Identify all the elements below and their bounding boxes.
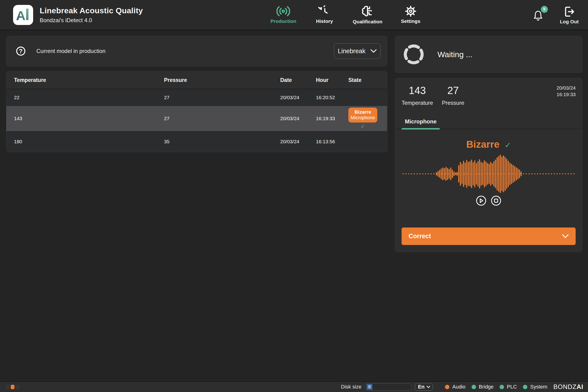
cell-date: 20/03/24 xyxy=(280,139,316,144)
table-row[interactable]: 22 27 20/03/24 16:20:52 xyxy=(6,89,387,106)
waiting-status-card: Waiting ... xyxy=(395,36,582,73)
logout-label: Log Out xyxy=(560,19,579,24)
tab-production[interactable]: Production xyxy=(270,5,296,24)
table-row-selected[interactable]: 143 27 20/03/24 16:19:33 Bizarre Microph… xyxy=(6,106,387,131)
col-temperature: Temperature xyxy=(14,77,164,83)
classification-label: Bizarre xyxy=(466,139,499,150)
app-header: A Linebreak Acoustic Quality Bondzai's i… xyxy=(0,0,588,30)
nav-label: Qualification xyxy=(353,19,382,24)
status-bridge: Bridge xyxy=(472,384,494,390)
system-status-legend: Audio Bridge PLC System xyxy=(445,384,547,390)
tab-microphone[interactable]: Microphone xyxy=(402,118,440,128)
chevron-down-icon xyxy=(370,49,376,53)
stop-button[interactable] xyxy=(491,195,502,206)
svg-text:A: A xyxy=(16,8,26,22)
indicator-square-active xyxy=(11,385,14,389)
cell-pressure: 35 xyxy=(164,139,280,144)
logout-button[interactable]: Log Out xyxy=(560,5,579,24)
cell-temperature: 143 xyxy=(14,116,164,121)
bondzai-logo: BONDZAI xyxy=(554,383,584,390)
check-icon: ✓ xyxy=(361,124,365,130)
col-state: State xyxy=(348,77,382,83)
indicator-square xyxy=(16,385,19,389)
page-subtitle: Bondzai's iDetect 4.0 xyxy=(40,17,143,24)
classification-result: Bizarre ✓ xyxy=(402,139,576,150)
time-text: 16:19:33 xyxy=(556,91,576,98)
nav-label: Settings xyxy=(401,18,420,24)
chevron-down-icon xyxy=(562,234,569,238)
cell-pressure: 27 xyxy=(164,95,280,100)
current-model-bar: ? Current model in production Linebreak xyxy=(6,36,387,66)
production-table: Temperature Pressure Date Hour State 22 … xyxy=(6,71,387,152)
page-title: Linebreak Acoustic Quality xyxy=(40,6,143,15)
cell-hour: 16:19:33 xyxy=(316,116,348,121)
metrics-row: 143 Temperature 27 Pressure 20/03/24 16:… xyxy=(402,85,576,106)
check-icon: ✓ xyxy=(505,141,511,149)
notification-badge: 9 xyxy=(541,6,548,13)
disk-size-label: Disk size xyxy=(341,384,362,390)
model-select-value: Linebreak xyxy=(338,48,366,55)
tab-qualification[interactable]: Qualification xyxy=(353,5,382,24)
brain-icon xyxy=(361,5,374,18)
broadcast-icon xyxy=(276,5,290,17)
disk-size-input[interactable]: 8 xyxy=(365,383,411,390)
cell-date: 20/03/24 xyxy=(280,95,316,100)
play-button[interactable] xyxy=(476,195,486,206)
sample-detail-card: 143 Temperature 27 Pressure 20/03/24 16:… xyxy=(395,78,582,252)
status-bar: Disk size 8 En Audio Bridge PLC System B… xyxy=(0,381,588,392)
pressure-value: 27 xyxy=(442,85,464,96)
temperature-metric: 143 Temperature xyxy=(402,85,433,106)
cell-hour: 16:20:52 xyxy=(316,95,348,100)
language-value: En xyxy=(418,384,424,390)
tab-history[interactable]: History xyxy=(312,5,338,24)
col-pressure: Pressure xyxy=(164,77,280,83)
cell-hour: 16:13:56 xyxy=(316,139,348,144)
cell-temperature: 180 xyxy=(14,139,164,144)
chevron-down-icon xyxy=(426,386,430,388)
pressure-metric: 27 Pressure xyxy=(442,85,464,106)
waveform-chart xyxy=(402,153,576,195)
app-logo-icon: A xyxy=(13,5,33,25)
status-dot-plc xyxy=(500,385,504,389)
notifications-button[interactable]: 9 xyxy=(532,10,544,22)
correct-label: Correct xyxy=(408,233,431,240)
table-header-row: Temperature Pressure Date Hour State xyxy=(6,72,387,89)
status-dot-system xyxy=(523,385,527,389)
temperature-label: Temperature xyxy=(402,100,433,106)
gear-icon xyxy=(404,5,417,17)
cell-date: 20/03/24 xyxy=(280,116,316,121)
language-select[interactable]: En xyxy=(415,383,433,390)
nav-label: Production xyxy=(270,18,296,24)
play-icon xyxy=(476,195,486,206)
correct-dropdown-button[interactable]: Correct xyxy=(402,228,576,245)
svg-text:?: ? xyxy=(19,48,22,54)
col-hour: Hour xyxy=(316,77,348,83)
status-dot-bridge xyxy=(472,385,476,389)
timestamp: 20/03/24 16:19:33 xyxy=(556,85,576,98)
main-content: ? Current model in production Linebreak … xyxy=(0,30,588,381)
cell-pressure: 27 xyxy=(164,116,280,121)
state-badge: Bizarre Microphone xyxy=(348,108,377,122)
col-date: Date xyxy=(280,77,316,83)
status-dot-audio xyxy=(445,385,450,389)
model-select[interactable]: Linebreak xyxy=(334,44,380,59)
status-system: System xyxy=(523,384,547,390)
status-plc: PLC xyxy=(500,384,517,390)
spinner-icon xyxy=(404,44,424,65)
date-text: 20/03/24 xyxy=(556,85,576,91)
history-clock-icon xyxy=(318,5,331,17)
brand-block: A Linebreak Acoustic Quality Bondzai's i… xyxy=(13,5,143,25)
indicator-square xyxy=(6,385,10,389)
cell-temperature: 22 xyxy=(14,95,164,100)
cell-state: Bizarre Microphone ✓ xyxy=(348,108,377,129)
current-model-label: Current model in production xyxy=(36,48,106,54)
detail-tabs: Microphone xyxy=(395,118,582,129)
tab-settings[interactable]: Settings xyxy=(398,5,424,24)
main-nav: Production History Qualific xyxy=(270,5,424,24)
table-row[interactable]: 180 35 20/03/24 16:13:56 xyxy=(6,131,387,152)
pressure-label: Pressure xyxy=(442,100,464,106)
nav-label: History xyxy=(316,18,333,24)
waiting-text: Waiting ... xyxy=(438,50,472,59)
player-controls xyxy=(402,195,576,206)
temperature-value: 143 xyxy=(402,85,433,96)
